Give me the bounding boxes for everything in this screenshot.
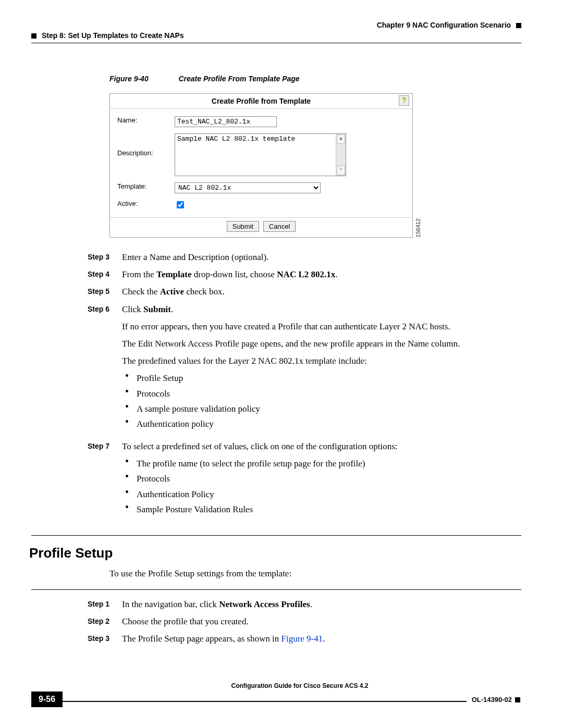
cancel-button[interactable]: Cancel <box>263 221 296 232</box>
header-step-text: Step 8: Set Up Templates to Create NAPs <box>42 31 184 40</box>
profile-setup-intro: To use the Profile Setup settings from t… <box>109 569 521 579</box>
figure-label: Figure 9-40 <box>109 75 149 83</box>
section-rule-2 <box>31 589 521 590</box>
description-textarea[interactable]: Sample NAC L2 802.1x template <box>175 134 336 176</box>
scroll-down-icon[interactable]: ▼ <box>337 166 345 175</box>
list-item: Profile Setup <box>137 371 521 385</box>
profile-setup-heading: Profile Setup <box>29 545 521 561</box>
active-checkbox[interactable] <box>177 201 184 208</box>
list-item: Authentication policy <box>137 417 521 431</box>
step-4-label: Step 4 <box>31 267 122 281</box>
step-6-body: Click Submit. If no error appears, then … <box>122 302 521 437</box>
step-5-body: Check the Active check box. <box>122 285 521 299</box>
step-7-label: Step 7 <box>31 439 122 522</box>
figure-link[interactable]: Figure 9-41 <box>281 634 323 644</box>
scroll-up-icon[interactable]: ▲ <box>337 134 345 144</box>
step-3-label: Step 3 <box>31 250 122 264</box>
page-footer: Configuration Guide for Cisco Secure ACS… <box>31 682 521 707</box>
footer-page-number: 9-56 <box>31 692 63 707</box>
figure-caption: Figure 9-40 Create Profile From Template… <box>109 75 521 83</box>
list-item: Sample Posture Validation Rules <box>137 502 521 516</box>
description-textarea-wrap: Sample NAC L2 802.1x template ▲ ▼ <box>175 133 346 176</box>
ps-step-2-label: Step 2 <box>31 614 122 628</box>
header-chapter: Chapter 9 NAC Configuration Scenario <box>31 21 521 29</box>
footer-doc-id: OL-14390-02 <box>472 696 521 704</box>
figure-id: 158412 <box>415 217 421 238</box>
template-select[interactable]: NAC L2 802.1x <box>175 182 321 193</box>
name-label: Name: <box>117 116 175 124</box>
figure-wrap: Create Profile from Template ? Name: Des… <box>109 93 521 238</box>
footer-guide-title: Configuration Guide for Cisco Secure ACS… <box>78 682 521 689</box>
step-6-label: Step 6 <box>31 302 122 437</box>
panel-title-text: Create Profile from Template <box>212 97 311 105</box>
active-label: Active: <box>117 200 175 207</box>
list-item: The profile name (to select the profile … <box>137 456 521 471</box>
footer-marker <box>515 697 520 702</box>
submit-button[interactable]: Submit <box>227 221 259 232</box>
ps-step-3-body: The Profile Setup page appears, as shown… <box>122 632 521 646</box>
help-icon[interactable]: ? <box>399 95 409 106</box>
step-3-body: Enter a Name and Description (optional). <box>122 250 521 264</box>
textarea-scrollbar[interactable]: ▲ ▼ <box>336 134 346 176</box>
step-4-body: From the Template drop-down list, choose… <box>122 267 521 281</box>
description-label: Description: <box>117 133 175 157</box>
ps-step-3-label: Step 3 <box>31 632 122 646</box>
header-step: Step 8: Set Up Templates to Create NAPs <box>31 31 521 40</box>
list-item: A sample posture validation policy <box>137 402 521 416</box>
figure-panel: Create Profile from Template ? Name: Des… <box>109 93 413 238</box>
template-label: Template: <box>117 182 175 190</box>
panel-buttons: Submit Cancel <box>110 217 412 237</box>
panel-title: Create Profile from Template ? <box>110 94 412 109</box>
header-chapter-text: Chapter 9 NAC Configuration Scenario <box>377 21 511 29</box>
name-input[interactable] <box>175 116 277 127</box>
header-marker-left <box>31 33 36 39</box>
step-5-label: Step 5 <box>31 285 122 299</box>
ps-step-2-body: Choose the profile that you created. <box>122 614 521 628</box>
ps-step-1-label: Step 1 <box>31 597 122 611</box>
list-item: Authentication Policy <box>137 487 521 501</box>
ps-step-1-body: In the navigation bar, click Network Acc… <box>122 597 521 611</box>
header-marker-right <box>516 23 521 28</box>
list-item: Protocols <box>137 472 521 486</box>
step-7-body: To select a predefined set of values, cl… <box>122 439 521 522</box>
section-rule <box>31 535 521 536</box>
header-rule <box>31 43 521 43</box>
list-item: Protocols <box>137 387 521 401</box>
figure-title: Create Profile From Template Page <box>178 75 299 83</box>
